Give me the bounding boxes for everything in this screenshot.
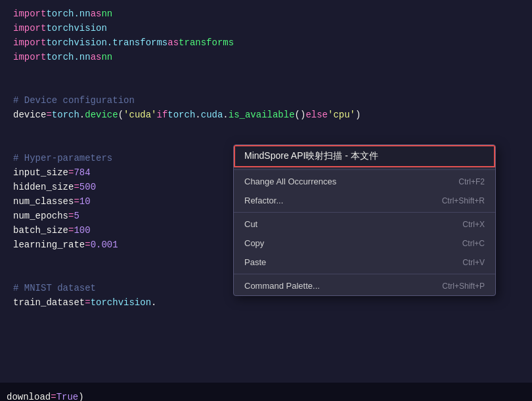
- code-token-plain: .: [195, 108, 200, 122]
- code-token-var: train_dataset: [13, 295, 85, 310]
- code-token-num: 100: [74, 223, 90, 238]
- code-token-alias: nn: [101, 7, 112, 21]
- code-editor: import torch.nn as nnimport torchvisioni…: [0, 0, 532, 401]
- code-token-kw: if: [157, 108, 168, 122]
- menu-item-refactor-shortcut: Ctrl+Shift+R: [442, 196, 485, 205]
- bottom-bar: download=True): [0, 383, 532, 401]
- code-token-func: is_available: [229, 108, 295, 122]
- code-token-num: 5: [74, 209, 79, 223]
- code-line: import torch.nn as nn: [0, 50, 532, 64]
- menu-item-paste-shortcut: Ctrl+V: [462, 258, 485, 267]
- menu-item-paste[interactable]: Paste Ctrl+V: [234, 253, 495, 272]
- code-token-var: num_epochs: [13, 209, 68, 223]
- code-token-kw: import: [13, 7, 46, 21]
- code-line: [0, 79, 532, 93]
- code-token-num: 500: [79, 180, 96, 194]
- code-token-eq: =: [68, 165, 74, 180]
- code-token-plain: .: [79, 108, 85, 122]
- menu-item-paste-label: Paste: [244, 257, 266, 267]
- code-token-kw: import: [13, 35, 46, 50]
- code-token-module: torch.nn: [46, 50, 90, 64]
- code-token-num: 784: [74, 165, 90, 180]
- code-token-kw: else: [305, 108, 328, 122]
- code-token-module: torch.nn: [46, 7, 90, 21]
- code-token-num: 10: [79, 194, 91, 209]
- code-token-string: 'cpu': [328, 108, 355, 122]
- menu-separator-3: [234, 274, 495, 274]
- menu-item-cut-shortcut: Ctrl+X: [462, 220, 485, 229]
- code-token-var: device: [13, 108, 46, 122]
- code-token-eq: =: [68, 209, 74, 223]
- code-token-as-kw: as: [91, 7, 102, 21]
- code-token-eq: =: [46, 108, 51, 122]
- menu-item-mindspore[interactable]: MindSpore API映射扫描 - 本文件: [234, 145, 495, 167]
- download-bool: True: [56, 392, 79, 401]
- code-line: train_dataset = torchvision.: [0, 295, 532, 310]
- code-token-num: 0.001: [91, 238, 118, 252]
- menu-item-refactor[interactable]: Refactor... Ctrl+Shift+R: [234, 191, 495, 210]
- code-token-var: learning_rate: [13, 238, 85, 252]
- code-line: device = torch.device('cuda' if torch.cu…: [0, 108, 532, 122]
- code-token-eq: =: [74, 194, 79, 209]
- download-paren: ): [78, 392, 83, 401]
- menu-item-change-all-shortcut: Ctrl+F2: [458, 177, 485, 186]
- menu-item-mindspore-label: MindSpore API映射扫描 - 本文件: [244, 150, 378, 162]
- code-token-comment: # Hyper-parameters: [13, 151, 112, 165]
- code-token-comment: # Device configuration: [13, 93, 135, 108]
- code-token-var: input_size: [13, 165, 68, 180]
- code-token-as-kw: as: [91, 50, 102, 64]
- menu-item-command-palette-label: Command Palette...: [244, 281, 320, 291]
- code-token-alias: transforms: [179, 35, 234, 50]
- code-token-var: num_classes: [13, 194, 74, 209]
- code-token-plain: (: [118, 108, 123, 122]
- context-menu: MindSpore API映射扫描 - 本文件 Change All Occur…: [233, 144, 496, 296]
- menu-item-copy-shortcut: Ctrl+C: [462, 239, 485, 248]
- bottom-download-text: [7, 381, 481, 392]
- menu-item-change-all-label: Change All Occurrences: [244, 177, 336, 186]
- code-line: import torch.nn as nn: [0, 7, 532, 21]
- code-token-module: torchvision: [46, 21, 106, 35]
- code-token-eq: =: [85, 295, 90, 310]
- menu-item-copy-label: Copy: [244, 238, 264, 248]
- menu-item-copy[interactable]: Copy Ctrl+C: [234, 234, 495, 253]
- menu-item-refactor-label: Refactor...: [244, 196, 283, 205]
- menu-item-cut[interactable]: Cut Ctrl+X: [234, 215, 495, 234]
- code-token-eq: =: [85, 238, 90, 252]
- code-token-plain: (): [295, 108, 306, 122]
- code-token-plain: .: [223, 108, 228, 122]
- menu-item-change-all[interactable]: Change All Occurrences Ctrl+F2: [234, 172, 495, 191]
- code-token-plain: ): [355, 108, 361, 122]
- code-token-module: torch: [167, 108, 195, 122]
- code-line: [0, 64, 532, 79]
- code-line: [0, 122, 532, 137]
- code-token-comment: # MNIST dataset: [13, 281, 96, 295]
- code-token-module: torch: [52, 108, 79, 122]
- code-token-string: 'cuda': [123, 108, 156, 122]
- code-token-plain: .: [151, 295, 156, 310]
- menu-item-cut-label: Cut: [244, 219, 257, 229]
- code-token-kw: import: [13, 21, 46, 35]
- code-token-var: batch_size: [13, 223, 68, 238]
- code-line: import torchvision: [0, 21, 532, 35]
- code-token-eq: =: [68, 223, 74, 238]
- code-token-alias: nn: [101, 50, 112, 64]
- code-token-module: torchvision: [91, 295, 151, 310]
- menu-item-command-palette[interactable]: Command Palette... Ctrl+Shift+P: [234, 276, 495, 295]
- download-param: download: [7, 392, 51, 401]
- code-line: # Device configuration: [0, 93, 532, 108]
- menu-separator-1: [234, 169, 495, 170]
- menu-separator-2: [234, 212, 495, 213]
- menu-item-command-palette-shortcut: Ctrl+Shift+P: [442, 282, 485, 291]
- code-token-eq: =: [74, 180, 79, 194]
- bottom-bar-text: download=True): [7, 381, 525, 401]
- code-token-var: hidden_size: [13, 180, 74, 194]
- code-token-module: torchvision.transforms: [46, 35, 167, 50]
- code-line: import torchvision.transforms as transfo…: [0, 35, 532, 50]
- code-token-kw: import: [13, 50, 46, 64]
- code-token-attr: cuda: [201, 108, 223, 122]
- download-eq: =: [51, 392, 56, 401]
- code-token-as-kw: as: [167, 35, 179, 50]
- code-token-func: device: [85, 108, 118, 122]
